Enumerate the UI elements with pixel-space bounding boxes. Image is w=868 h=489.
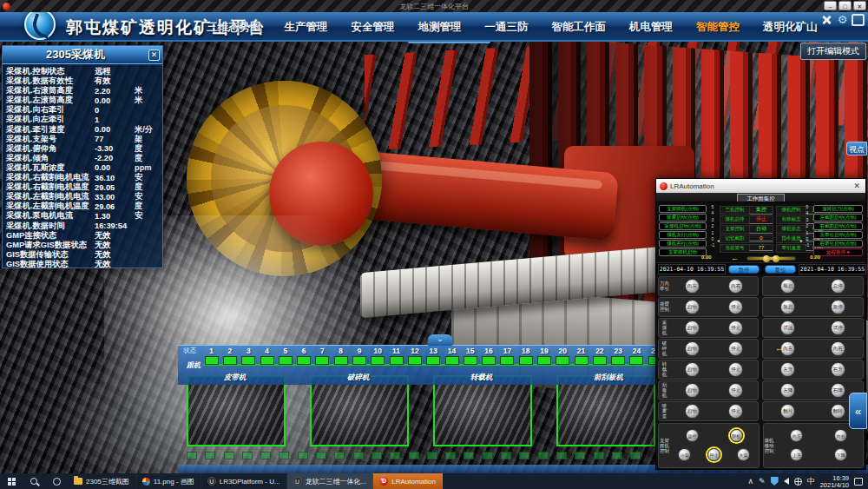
start-button[interactable] <box>0 473 23 489</box>
jog-button-left-2[interactable]: 喷雾启动(点动) <box>659 214 707 221</box>
indicator-square[interactable] <box>352 356 366 365</box>
jog-button-left-3[interactable]: 采煤机启动(点动) <box>659 222 707 230</box>
round-button[interactable]: 向左 <box>685 279 700 294</box>
indicator-square[interactable] <box>408 356 422 365</box>
round-button[interactable]: 急停 <box>831 300 845 314</box>
round-button[interactable]: 右升 <box>831 362 845 377</box>
indicator-square[interactable] <box>445 356 459 365</box>
taskbar-app-4[interactable]: U龙软二三维一体化... <box>287 473 374 489</box>
round-button[interactable]: 停止 <box>728 404 743 419</box>
taskbar-app-3[interactable]: ULR3DPlatform - U... <box>201 473 287 489</box>
round-button[interactable]: 右降 <box>831 383 845 398</box>
nav-item-2[interactable]: 生产管理 <box>285 20 328 35</box>
round-button[interactable]: 顺启 <box>780 279 795 294</box>
remote-estop-button[interactable]: 远程急停 ● <box>813 248 863 256</box>
round-button[interactable]: 停止 <box>728 362 743 377</box>
notification-center-icon[interactable] <box>854 478 863 486</box>
slider-track[interactable] <box>746 256 796 261</box>
indicator-square[interactable] <box>260 356 274 365</box>
indicator-square[interactable] <box>279 356 293 365</box>
reset-button[interactable]: 复位 <box>765 265 796 274</box>
position-slider[interactable]: 0.00 ← 0.00 <box>708 253 812 263</box>
indicator-square[interactable] <box>500 356 514 365</box>
round-button[interactable]: 停止 <box>728 320 743 335</box>
os-titlebar[interactable]: 龙软二三维一体化平台 – □ ✕ <box>0 0 868 12</box>
close-button[interactable]: ✕ <box>853 1 866 10</box>
indicator-square[interactable] <box>575 356 589 365</box>
edit-mode-button[interactable]: 打开编辑模式 <box>800 43 866 60</box>
taskbar-app-5[interactable]: ƊLRAutomation <box>373 473 443 489</box>
round-button[interactable]: 启动 <box>685 341 700 356</box>
camera-thumbnail-4[interactable] <box>556 375 655 446</box>
ime-indicator[interactable]: 中 <box>807 473 815 489</box>
search-button[interactable] <box>23 473 45 489</box>
taskbar-app-2[interactable]: 11.png - 画图 <box>136 473 201 489</box>
taskbar-app-1[interactable]: 2305三维截图 <box>68 473 136 489</box>
nav-item-6[interactable]: 智能工作面 <box>552 20 607 35</box>
round-button[interactable]: 停止 <box>707 448 720 461</box>
round-button[interactable]: 停止 <box>728 341 743 356</box>
round-button[interactable]: 跟机 <box>730 429 743 442</box>
round-button[interactable]: 向左 <box>790 429 803 442</box>
round-button[interactable]: 启动 <box>685 404 700 419</box>
round-button[interactable]: 翻片 <box>780 404 795 419</box>
round-button[interactable]: 试运 <box>780 320 795 335</box>
round-button[interactable]: 小架 <box>678 448 691 461</box>
close-icon[interactable]: ✕ <box>148 50 160 61</box>
round-button[interactable]: 向右 <box>834 429 847 442</box>
indicator-square[interactable] <box>629 356 643 365</box>
jog-button-left-1[interactable]: 支架跟机(点动) <box>659 205 707 213</box>
pen-icon[interactable]: ✎ <box>759 473 766 489</box>
round-button[interactable]: 停止 <box>728 300 743 314</box>
round-button[interactable]: 上升 <box>790 448 803 461</box>
cortana-button[interactable] <box>45 473 68 489</box>
indicator-square[interactable] <box>593 356 607 365</box>
camera-bar-collapse-chevron-icon[interactable]: ⌄ <box>428 334 452 346</box>
round-button[interactable]: 启动 <box>685 362 700 377</box>
camera-thumbnail-1[interactable] <box>187 375 286 446</box>
indicator-square[interactable] <box>371 356 385 365</box>
round-button[interactable]: 大架 <box>737 448 750 461</box>
indicator-square[interactable] <box>464 356 477 365</box>
round-button[interactable]: 启动 <box>685 320 700 335</box>
round-button[interactable]: 下降 <box>834 448 847 461</box>
round-button[interactable]: 停止 <box>728 383 743 398</box>
maximize-button[interactable]: □ <box>838 1 852 10</box>
indicator-square[interactable] <box>297 356 311 365</box>
settings-gear-icon[interactable]: ⚙ <box>836 14 849 26</box>
tab-workface-control[interactable]: 工作面集控 <box>737 194 785 202</box>
nav-item-1[interactable]: 三维态势图 <box>207 20 261 35</box>
nav-item-8[interactable]: 智能管控 <box>696 20 740 35</box>
indicator-square[interactable] <box>334 356 348 365</box>
indicator-square[interactable] <box>556 356 569 365</box>
nav-item-3[interactable]: 安全管理 <box>352 20 395 35</box>
nav-item-5[interactable]: 一通三防 <box>485 20 529 35</box>
nav-item-7[interactable]: 机电管理 <box>629 20 673 35</box>
jog-button-right-2[interactable]: 左截割启动(点动) <box>813 214 863 221</box>
indicator-square[interactable] <box>519 356 533 365</box>
jog-button-left-5[interactable]: 煤机右行(点动) <box>659 240 707 248</box>
defender-shield-icon[interactable] <box>771 477 779 486</box>
indicator-square[interactable] <box>315 356 329 365</box>
indicator-square[interactable] <box>426 356 440 365</box>
jog-button-right-5[interactable]: 右牵引启动(点动) <box>813 240 863 248</box>
tools-wrench-icon[interactable] <box>820 14 833 26</box>
round-button[interactable]: 启动 <box>685 300 700 314</box>
jog-button-left-6[interactable]: 支架跟机启动 <box>659 248 707 256</box>
camera-thumbnail-2[interactable] <box>310 375 409 446</box>
viewpoint-tab[interactable]: 视点 <box>846 142 867 155</box>
minimize-button[interactable]: – <box>824 1 837 10</box>
round-button[interactable]: 急启 <box>780 300 795 314</box>
round-button[interactable]: 远控 <box>686 429 699 442</box>
round-button[interactable]: 向右 <box>728 279 743 294</box>
clock[interactable]: 16:39 2021/4/10 <box>820 474 849 489</box>
indicator-square[interactable] <box>223 356 237 365</box>
indicator-square[interactable] <box>205 356 219 365</box>
round-button[interactable]: 左降 <box>780 383 795 398</box>
nav-item-9[interactable]: 透明化矿山 <box>763 20 818 35</box>
slider-knob-right[interactable] <box>773 255 779 262</box>
fullscreen-icon[interactable] <box>852 14 865 26</box>
jog-button-right-4[interactable]: 左牵引启动(点动) <box>813 231 863 239</box>
round-button[interactable]: 总停 <box>831 279 845 294</box>
close-icon[interactable]: ✕ <box>852 182 862 190</box>
